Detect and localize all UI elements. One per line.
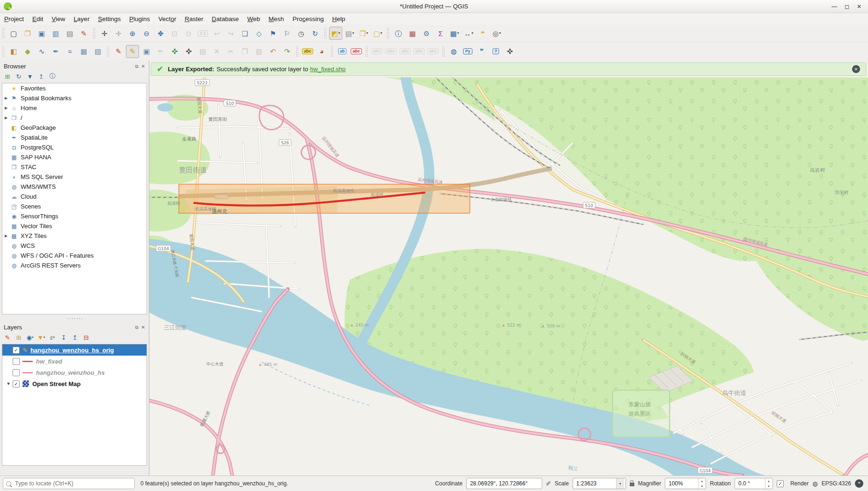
show-spatial-bookmarks[interactable]: ⚐ bbox=[280, 27, 294, 40]
map-canvas[interactable]: 黄田街道金果路黄田东街黄田大道黄田大道温州绕城高速温州绕城高速温州绕城高速乌岩村… bbox=[149, 77, 868, 476]
filter-by-expression[interactable]: ε▾ bbox=[48, 333, 57, 342]
browser-item-xyz-tiles[interactable]: ▶▩XYZ Tiles bbox=[2, 231, 147, 241]
new-shapefile-layer[interactable]: ∿ bbox=[35, 45, 48, 58]
rotation-input[interactable] bbox=[735, 480, 765, 487]
minimize-button[interactable]: — bbox=[831, 3, 837, 10]
locator-zoom[interactable]: ◎▾ bbox=[490, 27, 503, 40]
new-3d-map-view[interactable]: ◇ bbox=[252, 27, 265, 40]
measure-line[interactable]: ↔▾ bbox=[462, 27, 475, 40]
crs-globe-icon[interactable]: ◍ bbox=[812, 480, 817, 487]
browser-item-stac[interactable]: ❐STAC bbox=[2, 162, 147, 172]
layout-manager[interactable]: ▤ bbox=[63, 27, 76, 40]
toolbar-grip[interactable] bbox=[93, 28, 96, 39]
map-tips[interactable]: ❝ bbox=[476, 27, 489, 40]
menu-mesh[interactable]: Mesh bbox=[265, 15, 288, 23]
move-label[interactable]: abc bbox=[398, 45, 412, 58]
layer-item-hw-fixed[interactable]: hw_fixed bbox=[2, 356, 147, 367]
new-spatialite-layer[interactable]: ✒ bbox=[49, 45, 62, 58]
metasearch[interactable]: ◍ bbox=[447, 45, 460, 58]
invert-selection-dropdown-icon[interactable]: ▾ bbox=[381, 31, 383, 35]
new-geopackage-layer[interactable]: ◆ bbox=[21, 45, 34, 58]
rotation-down-icon[interactable]: ▼ bbox=[765, 484, 772, 489]
toolbar-grip[interactable] bbox=[442, 46, 445, 57]
zoom-to-selection[interactable]: ⊡ bbox=[168, 27, 181, 40]
rotation-up-icon[interactable]: ▲ bbox=[765, 478, 772, 484]
browser-float-button[interactable]: ⧉ bbox=[135, 64, 138, 69]
identify-features[interactable]: ⓘ bbox=[392, 27, 405, 40]
current-edits[interactable]: ✎ bbox=[112, 45, 125, 58]
close-button[interactable]: ✕ bbox=[857, 3, 861, 10]
browser-item-vector-tiles[interactable]: ▦Vector Tiles bbox=[2, 221, 147, 231]
pin-labels[interactable]: abc bbox=[370, 45, 383, 58]
toolbar-grip[interactable] bbox=[324, 28, 327, 39]
maximize-button[interactable]: ◻ bbox=[845, 3, 849, 10]
refresh-map[interactable]: ↻ bbox=[309, 27, 322, 40]
python-console[interactable]: Py bbox=[461, 45, 474, 58]
open-attribute-table[interactable]: ▦▾ bbox=[448, 27, 461, 40]
layer-visibility-checkbox[interactable]: ✓ bbox=[13, 347, 20, 354]
browser-item-sap-hana[interactable]: ▦SAP HANA bbox=[2, 152, 147, 162]
filter-browser[interactable]: ▼ bbox=[25, 72, 35, 81]
paste-features[interactable]: ▥ bbox=[252, 45, 265, 58]
magnifier-input[interactable] bbox=[665, 480, 698, 487]
toolbar-grip[interactable] bbox=[2, 28, 5, 39]
layer-item-hangzhou-wenzhou-hs[interactable]: hangzhou_wenzhou_hs bbox=[2, 367, 147, 378]
select-features-by-value-dropdown-icon[interactable]: ▾ bbox=[353, 31, 354, 35]
add-selected-layers[interactable]: ⊞ bbox=[3, 72, 12, 81]
panel-splitter[interactable] bbox=[0, 315, 149, 321]
toolbar-grip[interactable] bbox=[331, 46, 333, 57]
copy-features[interactable]: ❐ bbox=[238, 45, 251, 58]
message-close-button[interactable]: ✕ bbox=[852, 65, 860, 73]
save-project[interactable]: ▣ bbox=[35, 27, 48, 40]
menu-project[interactable]: Project bbox=[0, 15, 28, 23]
delete-selected[interactable]: ✕ bbox=[210, 45, 223, 58]
rotation-spinbox[interactable]: ▲▼ bbox=[735, 478, 773, 489]
new-virtual-layer[interactable]: ▦ bbox=[77, 45, 90, 58]
pan-map[interactable]: ✛ bbox=[98, 27, 111, 40]
select-features-dropdown-icon[interactable]: ▾ bbox=[338, 31, 340, 35]
filter-legend[interactable]: ▼▾ bbox=[37, 333, 46, 342]
browser-item-home[interactable]: ▶⌂Home bbox=[2, 103, 147, 113]
vertex-tool-current-layer[interactable]: ✜ bbox=[182, 45, 195, 58]
cut-features[interactable]: ✂ bbox=[224, 45, 237, 58]
scale-combo[interactable]: ▾ bbox=[573, 478, 626, 489]
new-mesh-layer[interactable]: ≈ bbox=[63, 45, 76, 58]
statistical-summary[interactable]: ▦ bbox=[406, 27, 419, 40]
open-layer-styling-panel[interactable]: ✎ bbox=[3, 333, 12, 342]
redo[interactable]: ↷ bbox=[280, 45, 294, 58]
expand-all-layers[interactable]: ↧ bbox=[59, 333, 68, 342]
menu-view[interactable]: View bbox=[47, 15, 69, 23]
layer-item-hangzhou-wenzhou-hs-orig[interactable]: ✓✎hangzhou_wenzhou_hs_orig bbox=[2, 344, 147, 356]
add-group[interactable]: ⊞ bbox=[14, 333, 23, 342]
manage-map-themes[interactable]: ◉▾ bbox=[25, 333, 35, 342]
temporal-controller[interactable]: ◷ bbox=[294, 27, 308, 40]
save-layer-edits[interactable]: ▣ bbox=[140, 45, 153, 58]
open-project[interactable]: ❐ bbox=[21, 27, 34, 40]
browser-item-scenes[interactable]: ◳Scenes bbox=[2, 201, 147, 211]
browser-close-button[interactable]: ✕ bbox=[141, 64, 145, 69]
layers-float-button[interactable]: ⧉ bbox=[135, 325, 138, 330]
browser-item-spatial-bookmarks[interactable]: ▶⚑Spatial Bookmarks bbox=[2, 93, 147, 103]
collapse-all-layers[interactable]: ↥ bbox=[70, 333, 80, 342]
expand-icon[interactable]: ▶ bbox=[2, 234, 10, 238]
new-spatial-bookmark[interactable]: ⚑ bbox=[266, 27, 280, 40]
rotate-label[interactable]: abc bbox=[412, 45, 426, 58]
zoom-full-extent[interactable]: ✥ bbox=[154, 27, 167, 40]
zoom-next[interactable]: ↪ bbox=[224, 27, 237, 40]
deselect-features[interactable]: ❐▾ bbox=[357, 27, 370, 40]
toggle-editing[interactable]: ✎ bbox=[126, 45, 139, 58]
expand-icon[interactable]: ▶ bbox=[2, 96, 10, 100]
style-manager[interactable]: ✎ bbox=[77, 27, 90, 40]
toolbar-grip[interactable] bbox=[365, 46, 368, 57]
layers-close-button[interactable]: ✕ bbox=[141, 325, 145, 330]
measure-line-dropdown-icon[interactable]: ▾ bbox=[471, 31, 473, 35]
menu-plugins[interactable]: Plugins bbox=[125, 15, 154, 23]
layer-styling[interactable]: ◕ bbox=[315, 45, 328, 58]
processing-toolbox[interactable]: ⚙ bbox=[420, 27, 433, 40]
layer-visibility-checkbox[interactable] bbox=[13, 369, 20, 376]
menu-layer[interactable]: Layer bbox=[69, 15, 94, 23]
deselect-features-dropdown-icon[interactable]: ▾ bbox=[366, 31, 368, 35]
lock-scale-icon[interactable] bbox=[630, 483, 634, 486]
browser-item-ms-sql-server[interactable]: ◗MS SQL Server bbox=[2, 172, 147, 182]
expand-icon[interactable]: ▼ bbox=[4, 381, 13, 386]
